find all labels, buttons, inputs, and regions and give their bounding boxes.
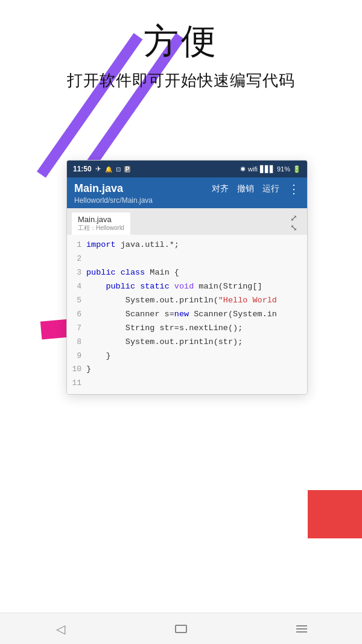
status-time: 11:50 bbox=[73, 165, 92, 173]
tab-project: 工程：Helloworld bbox=[78, 224, 124, 232]
toolbar-filepath: Helloworld/src/Main.java bbox=[74, 196, 300, 205]
line-num-3: 3 bbox=[67, 266, 86, 279]
code-editor[interactable]: 1 import java.util.*; 2 3 public class M… bbox=[67, 235, 307, 394]
line-num-5: 5 bbox=[67, 294, 86, 307]
app-toolbar: Main.java 对齐 撤销 运行 ⋮ Helloworld/src/Main… bbox=[67, 177, 307, 208]
battery-icon: 🔋 bbox=[293, 165, 301, 173]
line-num-1: 1 bbox=[67, 238, 86, 252]
run-button[interactable]: 运行 bbox=[262, 183, 279, 194]
code-line-8: 8 System.out.println(str); bbox=[67, 336, 307, 349]
nav-item-back[interactable]: ◁ bbox=[53, 622, 68, 636]
line-num-9: 9 bbox=[67, 349, 86, 363]
align-button[interactable]: 对齐 bbox=[212, 183, 229, 194]
tab-bar: Main.java 工程：Helloworld ⤢ ⤡ bbox=[67, 208, 307, 235]
deco-red-stripe bbox=[308, 490, 362, 538]
line-num-8: 8 bbox=[67, 336, 86, 349]
line-num-4: 4 bbox=[67, 280, 86, 293]
line-num-7: 7 bbox=[67, 322, 86, 335]
app-mockup: 11:50 ✈ 🔔 ⊡ P ✱ wifi ▋▋▋ 91% 🔋 Main.java… bbox=[66, 160, 308, 395]
wifi-icon: wifi bbox=[248, 165, 258, 173]
line-num-10: 10 bbox=[67, 363, 86, 376]
line-code-3: public class Main { bbox=[86, 266, 179, 280]
line-code-10: } bbox=[86, 363, 91, 377]
line-code-11 bbox=[86, 377, 91, 391]
line-code-8: System.out.println(str); bbox=[86, 336, 243, 349]
tab-filename: Main.java bbox=[78, 215, 124, 224]
telegram-icon: ✈ bbox=[95, 165, 101, 173]
main-title: 方便 bbox=[0, 18, 362, 65]
code-line-10: 10 } bbox=[67, 363, 307, 377]
line-num-2: 2 bbox=[67, 252, 86, 266]
bottom-nav: ◁ bbox=[0, 613, 362, 644]
recents-icon bbox=[294, 622, 309, 636]
nav-item-home[interactable] bbox=[174, 622, 188, 636]
line-num-6: 6 bbox=[67, 308, 86, 321]
toolbar-row1: Main.java 对齐 撤销 运行 ⋮ bbox=[74, 182, 300, 195]
line-code-4: public static void main(String[] bbox=[86, 280, 262, 294]
header-section: 方便 打开软件即可开始快速编写代码 bbox=[0, 18, 362, 91]
line-code-6: Scanner s=new Scanner(System.in bbox=[86, 308, 277, 322]
code-line-7: 7 String str=s.nextLine(); bbox=[67, 322, 307, 336]
subtitle: 打开软件即可开始快速编写代码 bbox=[0, 70, 362, 91]
undo-button[interactable]: 撤销 bbox=[237, 183, 254, 194]
back-icon: ◁ bbox=[53, 622, 68, 636]
code-line-1: 1 import java.util.*; bbox=[67, 238, 307, 252]
screen-record-icon: ⊡ bbox=[116, 166, 121, 173]
line-code-5: System.out.println("Hello World bbox=[86, 294, 277, 308]
expand-button[interactable]: ⤢ ⤡ bbox=[285, 211, 302, 235]
line-code-9: } bbox=[86, 349, 111, 363]
code-line-9: 9 } bbox=[67, 349, 307, 363]
toolbar-actions[interactable]: 对齐 撤销 运行 ⋮ bbox=[212, 183, 300, 195]
code-line-4: 4 public static void main(String[] bbox=[67, 280, 307, 294]
expand-icon: ⤢ bbox=[290, 213, 297, 223]
status-right: ✱ wifi ▋▋▋ 91% 🔋 bbox=[240, 165, 301, 173]
more-options-button[interactable]: ⋮ bbox=[288, 183, 300, 195]
line-num-11: 11 bbox=[67, 377, 86, 390]
code-line-11: 11 bbox=[67, 377, 307, 391]
signal-icon: ▋▋▋ bbox=[260, 165, 275, 173]
collapse-icon: ⤡ bbox=[290, 223, 297, 232]
bluetooth-icon: ✱ bbox=[240, 165, 246, 173]
line-code-2 bbox=[86, 252, 91, 266]
code-line-3: 3 public class Main { bbox=[67, 266, 307, 280]
toolbar-filename: Main.java bbox=[74, 182, 123, 195]
notification-icon: 🔔 bbox=[105, 166, 112, 173]
code-line-6: 6 Scanner s=new Scanner(System.in bbox=[67, 308, 307, 322]
status-bar: 11:50 ✈ 🔔 ⊡ P ✱ wifi ▋▋▋ 91% 🔋 bbox=[67, 161, 307, 177]
battery-text: 91% bbox=[277, 165, 290, 173]
status-left: 11:50 ✈ 🔔 ⊡ P bbox=[73, 165, 130, 173]
code-line-2: 2 bbox=[67, 252, 307, 266]
code-line-5: 5 System.out.println("Hello World bbox=[67, 294, 307, 308]
line-code-1: import java.util.*; bbox=[86, 238, 179, 252]
home-icon bbox=[174, 622, 188, 636]
tab-main-java[interactable]: Main.java 工程：Helloworld bbox=[72, 212, 130, 235]
parking-icon: P bbox=[124, 166, 131, 173]
line-code-7: String str=s.nextLine(); bbox=[86, 322, 243, 336]
nav-item-recents[interactable] bbox=[294, 622, 309, 636]
